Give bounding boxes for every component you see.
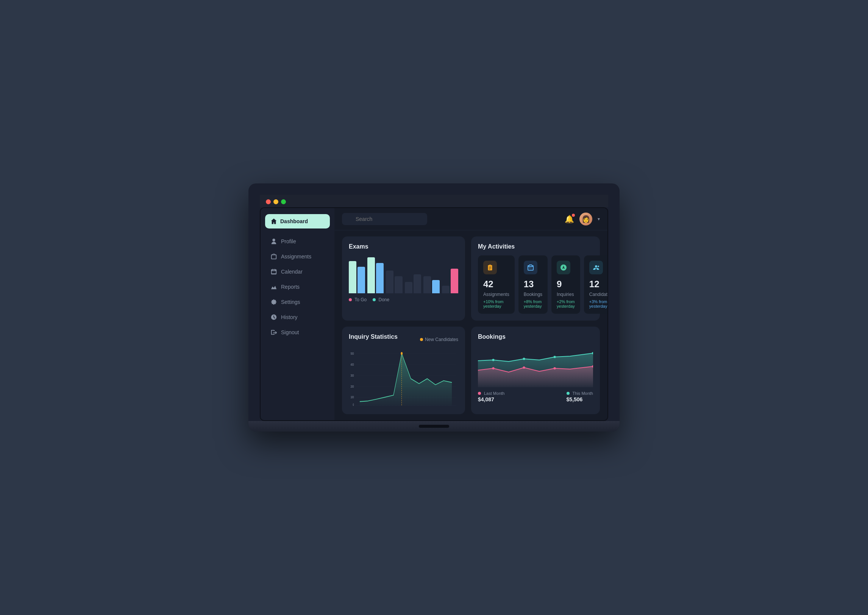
candidates-label: Candidates <box>589 292 607 297</box>
bar-togo-2 <box>367 257 375 293</box>
bookings-change: +8% from yesterday <box>524 299 542 308</box>
svg-text:Sep: Sep <box>426 407 429 407</box>
svg-point-28 <box>492 367 494 369</box>
gear-icon <box>270 299 277 305</box>
svg-text:Feb: Feb <box>366 407 370 407</box>
bookings-number: 13 <box>524 279 542 290</box>
candidates-change: +3% from yesterday <box>589 299 607 308</box>
this-month-label: This Month <box>567 391 593 396</box>
svg-text:Jan: Jan <box>358 407 361 407</box>
bookings-chart <box>478 346 593 387</box>
svg-text:500: 500 <box>351 352 354 355</box>
svg-point-24 <box>492 359 494 361</box>
candidates-icon <box>589 261 603 274</box>
bar-togo-1 <box>349 261 356 293</box>
laptop-base <box>248 421 620 432</box>
svg-point-25 <box>523 358 525 360</box>
bookings-label: Bookings <box>524 292 542 297</box>
activity-card-inquiries: 9 Inquiries +2% from yesterday <box>551 255 580 314</box>
calendar-icon <box>270 268 277 275</box>
orange-dot <box>420 338 423 341</box>
chevron-down-icon[interactable]: ▾ <box>598 216 600 222</box>
search-wrapper: 🔍 <box>342 213 560 225</box>
bar-dim-4a <box>405 282 412 293</box>
traffic-light-yellow[interactable] <box>273 199 278 204</box>
last-month-value: $4,087 <box>478 396 504 402</box>
bar-dim-4b <box>414 274 421 293</box>
bookings-title: Bookings <box>478 333 593 340</box>
bookings-card: Bookings <box>471 327 600 414</box>
sidebar-item-profile[interactable]: Profile <box>265 235 330 248</box>
main-content: 🔍 🔔 👩 ▾ M <box>334 208 607 420</box>
last-month-label: Last Month <box>478 391 504 396</box>
bookings-legend: Last Month $4,087 This Month $5,506 <box>478 391 593 402</box>
search-input[interactable] <box>342 213 427 225</box>
legend-togo: To Go <box>349 297 367 302</box>
bar-dim-6a <box>442 286 450 293</box>
bar-done-2 <box>376 263 384 293</box>
sidebar-item-history[interactable]: History <box>265 310 330 324</box>
dot-togo <box>349 298 352 301</box>
dashboard-button[interactable]: Dashboard <box>265 214 330 228</box>
bookings-icon <box>524 261 537 274</box>
inquiry-area-fill <box>360 354 452 406</box>
sidebar-item-assignments[interactable]: Assignments <box>265 250 330 263</box>
exams-card: Exams <box>342 236 465 321</box>
bar-dim-5a <box>423 276 431 293</box>
svg-text:0: 0 <box>353 403 354 406</box>
assignments-change: +10% from yesterday <box>483 299 509 308</box>
bar-done-5 <box>432 280 440 293</box>
svg-text:Nov: Nov <box>442 407 445 407</box>
svg-text:300: 300 <box>351 374 354 377</box>
traffic-light-red[interactable] <box>266 199 271 204</box>
activity-card-assignments: 42 Assignments +10% from yesterday <box>478 255 515 314</box>
inquiries-number: 9 <box>557 279 575 290</box>
avatar[interactable]: 👩 <box>579 213 592 225</box>
booking-last-month: Last Month $4,087 <box>478 391 504 402</box>
sidebar-label-profile: Profile <box>281 238 296 244</box>
svg-text:Jul: Jul <box>410 407 412 407</box>
candidates-number: 12 <box>589 279 607 290</box>
dashboard-label: Dashboard <box>280 218 308 224</box>
svg-text:Dec: Dec <box>450 407 454 407</box>
bar-group-5 <box>423 276 440 293</box>
svg-text:Mar: Mar <box>375 407 378 407</box>
inquiry-title: Inquiry Statistics <box>349 333 398 340</box>
svg-text:Aug: Aug <box>417 407 421 407</box>
laptop-notch <box>419 425 449 428</box>
svg-point-26 <box>554 356 556 358</box>
dot-done <box>373 298 376 301</box>
dot-last-month <box>478 392 481 395</box>
activities-title: My Activities <box>478 243 593 250</box>
svg-text:Apr: Apr <box>384 407 387 407</box>
laptop-screen: Dashboard Profile Assignments <box>260 207 608 421</box>
notification-dot <box>572 214 575 217</box>
traffic-lights <box>260 195 608 207</box>
dot-this-month <box>567 392 570 395</box>
svg-text:400: 400 <box>351 363 354 366</box>
svg-point-30 <box>554 367 556 369</box>
sidebar-label-signout: Signout <box>281 329 299 335</box>
sidebar-item-reports[interactable]: Reports <box>265 280 330 294</box>
activity-card-candidates: 12 Candidates +3% from yesterday <box>584 255 607 314</box>
bar-group-1 <box>349 261 365 293</box>
exams-title: Exams <box>349 243 458 250</box>
exams-chart <box>349 255 458 293</box>
sidebar-item-calendar[interactable]: Calendar <box>265 265 330 279</box>
inquiry-chart-area: 500 400 300 200 100 0 <box>349 349 458 407</box>
notification-bell[interactable]: 🔔 <box>565 214 574 224</box>
activity-card-bookings: 13 Bookings +8% from yesterday <box>518 255 548 314</box>
inquiries-change: +2% from yesterday <box>557 299 575 308</box>
svg-text:May: May <box>392 407 395 407</box>
sidebar-item-settings[interactable]: Settings <box>265 295 330 309</box>
my-activities-card: My Activities 42 Assignments +10% from y… <box>471 236 600 321</box>
inquiries-icon <box>557 261 570 274</box>
sidebar-item-signout[interactable]: Signout <box>265 325 330 339</box>
traffic-light-green[interactable] <box>281 199 286 204</box>
sidebar: Dashboard Profile Assignments <box>261 208 334 420</box>
sidebar-label-history: History <box>281 314 298 320</box>
bar-dim-3a <box>386 271 393 293</box>
bar-group-3 <box>386 271 402 293</box>
bar-group-2 <box>367 257 384 293</box>
app-container: Dashboard Profile Assignments <box>261 208 607 420</box>
